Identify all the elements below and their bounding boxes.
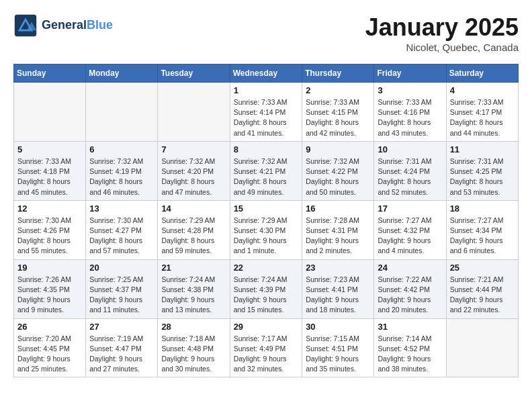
day-info: Sunrise: 7:19 AMSunset: 4:47 PMDaylight:… — [89, 334, 154, 375]
title-block: January 2025 Nicolet, Quebec, Canada — [365, 13, 519, 53]
day-info: Sunrise: 7:33 AMSunset: 4:16 PMDaylight:… — [378, 97, 442, 138]
calendar-day: 15Sunrise: 7:29 AMSunset: 4:30 PMDayligh… — [230, 200, 302, 259]
day-info: Sunrise: 7:24 AMSunset: 4:38 PMDaylight:… — [161, 275, 226, 316]
day-number: 17 — [378, 203, 442, 214]
day-number: 18 — [450, 203, 515, 214]
day-info: Sunrise: 7:32 AMSunset: 4:20 PMDaylight:… — [161, 156, 226, 197]
day-info: Sunrise: 7:33 AMSunset: 4:17 PMDaylight:… — [450, 97, 515, 138]
calendar-day: 22Sunrise: 7:24 AMSunset: 4:39 PMDayligh… — [230, 259, 302, 318]
day-info: Sunrise: 7:33 AMSunset: 4:18 PMDaylight:… — [17, 156, 82, 197]
month-title: January 2025 — [365, 13, 519, 42]
calendar-day: 21Sunrise: 7:24 AMSunset: 4:38 PMDayligh… — [158, 259, 230, 318]
day-info: Sunrise: 7:32 AMSunset: 4:19 PMDaylight:… — [89, 156, 154, 197]
day-number: 16 — [306, 203, 370, 214]
calendar-day: 28Sunrise: 7:18 AMSunset: 4:48 PMDayligh… — [158, 318, 230, 377]
day-info: Sunrise: 7:25 AMSunset: 4:37 PMDaylight:… — [89, 275, 154, 316]
calendar-day: 11Sunrise: 7:31 AMSunset: 4:25 PMDayligh… — [446, 141, 518, 200]
calendar-day: 26Sunrise: 7:20 AMSunset: 4:45 PMDayligh… — [14, 318, 86, 377]
logo-icon — [13, 13, 38, 38]
day-info: Sunrise: 7:18 AMSunset: 4:48 PMDaylight:… — [161, 334, 226, 375]
calendar-day: 29Sunrise: 7:17 AMSunset: 4:49 PMDayligh… — [230, 318, 302, 377]
page-header: GeneralBlue January 2025 Nicolet, Quebec… — [13, 13, 519, 53]
day-info: Sunrise: 7:24 AMSunset: 4:39 PMDaylight:… — [234, 275, 299, 316]
day-number: 11 — [450, 144, 515, 154]
day-number: 4 — [450, 85, 515, 95]
weekday-header: Tuesday — [158, 64, 230, 83]
day-number: 28 — [161, 322, 226, 332]
day-info: Sunrise: 7:22 AMSunset: 4:42 PMDaylight:… — [378, 275, 442, 316]
day-number: 8 — [234, 144, 299, 154]
calendar-day: 13Sunrise: 7:30 AMSunset: 4:27 PMDayligh… — [86, 200, 158, 259]
day-number: 21 — [161, 263, 226, 273]
day-number: 9 — [306, 144, 370, 154]
day-info: Sunrise: 7:27 AMSunset: 4:34 PMDaylight:… — [450, 216, 515, 257]
day-info: Sunrise: 7:23 AMSunset: 4:41 PMDaylight:… — [306, 275, 370, 316]
location: Nicolet, Quebec, Canada — [365, 42, 519, 53]
day-number: 15 — [234, 203, 299, 214]
day-info: Sunrise: 7:33 AMSunset: 4:15 PMDaylight:… — [306, 97, 370, 138]
calendar-day: 17Sunrise: 7:27 AMSunset: 4:32 PMDayligh… — [374, 200, 446, 259]
day-number: 3 — [378, 85, 442, 95]
calendar-day-empty — [446, 318, 518, 377]
day-number: 13 — [89, 203, 154, 214]
day-number: 23 — [306, 263, 370, 273]
calendar-day: 24Sunrise: 7:22 AMSunset: 4:42 PMDayligh… — [374, 259, 446, 318]
day-number: 24 — [378, 263, 442, 273]
weekday-header-row: SundayMondayTuesdayWednesdayThursdayFrid… — [14, 64, 519, 83]
day-info: Sunrise: 7:29 AMSunset: 4:30 PMDaylight:… — [234, 216, 299, 257]
calendar-day: 10Sunrise: 7:31 AMSunset: 4:24 PMDayligh… — [374, 141, 446, 200]
day-info: Sunrise: 7:33 AMSunset: 4:14 PMDaylight:… — [234, 97, 299, 138]
calendar-day: 3Sunrise: 7:33 AMSunset: 4:16 PMDaylight… — [374, 83, 446, 142]
day-info: Sunrise: 7:14 AMSunset: 4:52 PMDaylight:… — [378, 334, 442, 375]
weekday-header: Wednesday — [230, 64, 302, 83]
day-info: Sunrise: 7:30 AMSunset: 4:26 PMDaylight:… — [17, 216, 82, 257]
day-number: 14 — [161, 203, 226, 214]
calendar-day: 6Sunrise: 7:32 AMSunset: 4:19 PMDaylight… — [86, 141, 158, 200]
day-number: 1 — [234, 85, 299, 95]
calendar-day: 2Sunrise: 7:33 AMSunset: 4:15 PMDaylight… — [302, 83, 374, 142]
calendar-week-row: 1Sunrise: 7:33 AMSunset: 4:14 PMDaylight… — [14, 83, 519, 142]
calendar-day: 18Sunrise: 7:27 AMSunset: 4:34 PMDayligh… — [446, 200, 518, 259]
day-info: Sunrise: 7:32 AMSunset: 4:21 PMDaylight:… — [234, 156, 299, 197]
day-number: 5 — [17, 144, 82, 154]
calendar-day: 4Sunrise: 7:33 AMSunset: 4:17 PMDaylight… — [446, 83, 518, 142]
day-number: 10 — [378, 144, 442, 154]
calendar-day: 9Sunrise: 7:32 AMSunset: 4:22 PMDaylight… — [302, 141, 374, 200]
weekday-header: Sunday — [14, 64, 86, 83]
calendar-week-row: 12Sunrise: 7:30 AMSunset: 4:26 PMDayligh… — [14, 200, 519, 259]
day-number: 19 — [17, 263, 82, 273]
day-info: Sunrise: 7:32 AMSunset: 4:22 PMDaylight:… — [306, 156, 370, 197]
calendar-day: 25Sunrise: 7:21 AMSunset: 4:44 PMDayligh… — [446, 259, 518, 318]
day-info: Sunrise: 7:30 AMSunset: 4:27 PMDaylight:… — [89, 216, 154, 257]
calendar-day-empty — [86, 83, 158, 142]
weekday-header: Thursday — [302, 64, 374, 83]
day-info: Sunrise: 7:17 AMSunset: 4:49 PMDaylight:… — [234, 334, 299, 375]
calendar-day: 8Sunrise: 7:32 AMSunset: 4:21 PMDaylight… — [230, 141, 302, 200]
day-info: Sunrise: 7:21 AMSunset: 4:44 PMDaylight:… — [450, 275, 515, 316]
day-info: Sunrise: 7:20 AMSunset: 4:45 PMDaylight:… — [17, 334, 82, 375]
day-number: 7 — [161, 144, 226, 154]
day-number: 20 — [89, 263, 154, 273]
calendar-week-row: 19Sunrise: 7:26 AMSunset: 4:35 PMDayligh… — [14, 259, 519, 318]
day-number: 31 — [378, 322, 442, 332]
calendar-day: 16Sunrise: 7:28 AMSunset: 4:31 PMDayligh… — [302, 200, 374, 259]
day-number: 22 — [234, 263, 299, 273]
day-info: Sunrise: 7:31 AMSunset: 4:25 PMDaylight:… — [450, 156, 515, 197]
calendar-day-empty — [158, 83, 230, 142]
calendar-day-empty — [14, 83, 86, 142]
calendar-day: 1Sunrise: 7:33 AMSunset: 4:14 PMDaylight… — [230, 83, 302, 142]
day-info: Sunrise: 7:27 AMSunset: 4:32 PMDaylight:… — [378, 216, 442, 257]
day-number: 6 — [89, 144, 154, 154]
day-number: 29 — [234, 322, 299, 332]
calendar-day: 27Sunrise: 7:19 AMSunset: 4:47 PMDayligh… — [86, 318, 158, 377]
calendar-day: 14Sunrise: 7:29 AMSunset: 4:28 PMDayligh… — [158, 200, 230, 259]
day-info: Sunrise: 7:28 AMSunset: 4:31 PMDaylight:… — [306, 216, 370, 257]
day-info: Sunrise: 7:26 AMSunset: 4:35 PMDaylight:… — [17, 275, 82, 316]
calendar-week-row: 5Sunrise: 7:33 AMSunset: 4:18 PMDaylight… — [14, 141, 519, 200]
calendar-day: 7Sunrise: 7:32 AMSunset: 4:20 PMDaylight… — [158, 141, 230, 200]
day-number: 25 — [450, 263, 515, 273]
day-number: 27 — [89, 322, 154, 332]
calendar-day: 23Sunrise: 7:23 AMSunset: 4:41 PMDayligh… — [302, 259, 374, 318]
day-number: 30 — [306, 322, 370, 332]
calendar-day: 5Sunrise: 7:33 AMSunset: 4:18 PMDaylight… — [14, 141, 86, 200]
